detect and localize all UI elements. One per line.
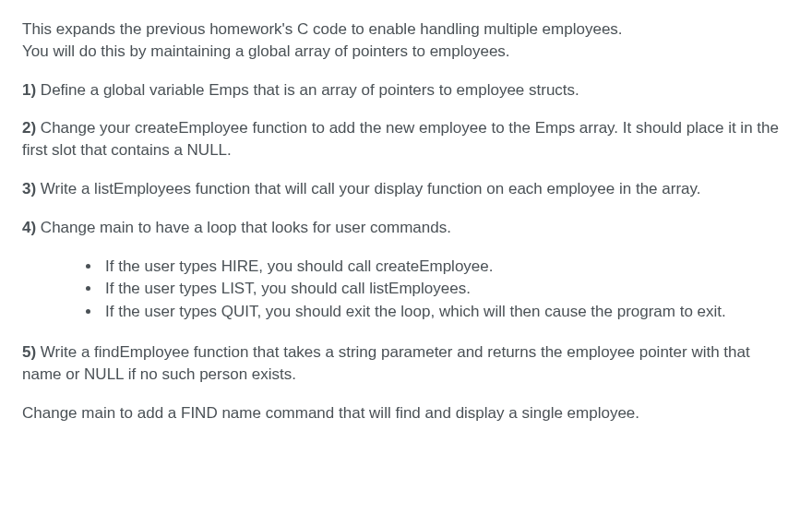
step-2: 2) Change your createEmployee function t… [22,117,790,161]
bullet-quit: If the user types QUIT, you should exit … [102,301,790,323]
step-3-number: 3) [22,180,36,197]
bullet-hire: If the user types HIRE, you should call … [102,256,790,278]
step-4-number: 4) [22,219,36,236]
step-2-number: 2) [22,119,36,137]
intro-line-2: You will do this by maintaining a global… [22,42,510,60]
step-1-text: Define a global variable Emps that is an… [36,81,579,99]
bullet-list-text: If the user types LIST, you should call … [105,280,471,297]
step-5-text: Write a findEmployee function that takes… [22,343,750,383]
step-2-text: Change your createEmployee function to a… [22,119,779,159]
step-5-number: 5) [22,343,36,361]
closing-paragraph: Change main to add a FIND name command t… [22,402,790,424]
step-1-number: 1) [22,81,36,99]
bullet-quit-text: If the user types QUIT, you should exit … [105,303,726,320]
intro-paragraph: This expands the previous homework's C c… [22,18,790,63]
step-5: 5) Write a findEmployee function that ta… [22,341,790,386]
intro-line-1: This expands the previous homework's C c… [22,20,623,38]
bullet-hire-text: If the user types HIRE, you should call … [105,257,493,275]
step-4: 4) Change main to have a loop that looks… [22,217,790,239]
step-4-text: Change main to have a loop that looks fo… [36,219,451,236]
closing-text: Change main to add a FIND name command t… [22,404,639,422]
step-1: 1) Define a global variable Emps that is… [22,79,790,102]
step-3: 3) Write a listEmployees function that w… [22,178,790,200]
command-bullet-list: If the user types HIRE, you should call … [102,256,790,323]
bullet-list: If the user types LIST, you should call … [102,278,790,300]
step-3-text: Write a listEmployees function that will… [36,180,700,197]
